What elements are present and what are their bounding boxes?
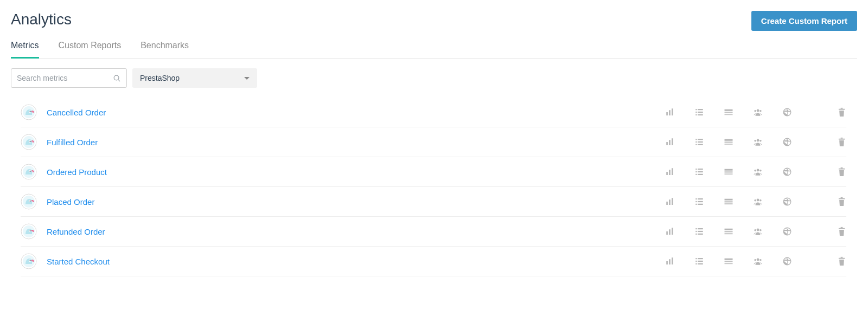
chart-icon[interactable] bbox=[665, 197, 675, 206]
people-icon[interactable] bbox=[753, 137, 763, 147]
svg-point-6 bbox=[33, 112, 34, 113]
people-icon[interactable] bbox=[753, 256, 763, 266]
svg-rect-30 bbox=[669, 140, 671, 145]
metric-name-link[interactable]: Cancelled Order bbox=[47, 108, 665, 117]
list-icon[interactable] bbox=[694, 167, 704, 177]
table-icon[interactable] bbox=[724, 197, 733, 206]
globe-icon[interactable] bbox=[782, 137, 792, 147]
row-actions bbox=[665, 107, 846, 117]
list-icon[interactable] bbox=[694, 137, 704, 147]
svg-rect-80 bbox=[695, 204, 697, 205]
svg-point-42 bbox=[754, 140, 756, 142]
svg-rect-97 bbox=[672, 228, 673, 235]
metric-row: Placed Order bbox=[21, 187, 846, 217]
svg-rect-23 bbox=[840, 108, 843, 109]
svg-rect-10 bbox=[695, 109, 697, 110]
search-wrapper bbox=[11, 68, 127, 88]
chart-icon[interactable] bbox=[665, 107, 675, 117]
svg-rect-60 bbox=[725, 169, 733, 171]
svg-rect-104 bbox=[725, 229, 733, 230]
people-icon[interactable] bbox=[753, 197, 763, 206]
search-input[interactable] bbox=[17, 74, 113, 82]
people-icon[interactable] bbox=[753, 227, 763, 236]
search-icon[interactable] bbox=[113, 74, 121, 82]
svg-point-28 bbox=[33, 141, 34, 143]
svg-rect-76 bbox=[695, 198, 697, 199]
prestashop-icon bbox=[21, 193, 37, 210]
prestashop-icon bbox=[21, 164, 37, 180]
svg-point-131 bbox=[760, 259, 762, 261]
svg-rect-35 bbox=[698, 141, 703, 143]
tab-custom-reports[interactable]: Custom Reports bbox=[59, 41, 122, 59]
svg-rect-106 bbox=[725, 233, 733, 234]
chart-icon[interactable] bbox=[665, 256, 675, 266]
people-icon[interactable] bbox=[753, 107, 763, 117]
globe-icon[interactable] bbox=[782, 197, 792, 206]
trash-icon[interactable] bbox=[837, 137, 846, 147]
list-icon[interactable] bbox=[694, 256, 704, 266]
integration-filter-select[interactable]: PrestaShop bbox=[132, 68, 257, 88]
globe-icon[interactable] bbox=[782, 107, 792, 117]
svg-rect-29 bbox=[666, 142, 668, 145]
chart-icon[interactable] bbox=[665, 167, 675, 177]
svg-rect-31 bbox=[672, 138, 673, 145]
table-icon[interactable] bbox=[724, 107, 733, 117]
people-icon[interactable] bbox=[753, 167, 763, 177]
metric-name-link[interactable]: Ordered Product bbox=[47, 167, 665, 177]
chart-icon[interactable] bbox=[665, 227, 675, 236]
svg-rect-78 bbox=[695, 201, 697, 202]
list-icon[interactable] bbox=[694, 107, 704, 117]
svg-rect-45 bbox=[840, 138, 843, 139]
table-icon[interactable] bbox=[724, 137, 733, 147]
metric-name-link[interactable]: Placed Order bbox=[47, 197, 665, 206]
svg-rect-58 bbox=[695, 174, 697, 175]
svg-rect-51 bbox=[666, 172, 668, 175]
svg-point-41 bbox=[757, 139, 760, 142]
globe-icon[interactable] bbox=[782, 256, 792, 266]
svg-rect-117 bbox=[666, 261, 668, 264]
svg-rect-36 bbox=[695, 144, 697, 145]
table-icon[interactable] bbox=[724, 227, 733, 236]
trash-icon[interactable] bbox=[837, 167, 846, 177]
tabs: Metrics Custom Reports Benchmarks bbox=[11, 41, 857, 59]
trash-icon[interactable] bbox=[837, 256, 846, 266]
metric-name-link[interactable]: Started Checkout bbox=[47, 257, 665, 266]
svg-rect-61 bbox=[725, 171, 733, 172]
row-actions bbox=[665, 167, 846, 177]
chart-icon[interactable] bbox=[665, 137, 675, 147]
svg-point-43 bbox=[760, 140, 762, 142]
create-custom-report-button[interactable]: Create Custom Report bbox=[751, 11, 857, 31]
trash-icon[interactable] bbox=[837, 227, 846, 236]
list-icon[interactable] bbox=[694, 197, 704, 206]
table-icon[interactable] bbox=[724, 256, 733, 266]
trash-icon[interactable] bbox=[837, 197, 846, 206]
svg-rect-83 bbox=[725, 201, 733, 202]
svg-rect-118 bbox=[669, 259, 671, 264]
svg-rect-119 bbox=[672, 257, 673, 264]
prestashop-icon bbox=[21, 104, 37, 120]
metric-name-link[interactable]: Refunded Order bbox=[47, 227, 665, 236]
svg-rect-128 bbox=[725, 263, 733, 264]
svg-rect-12 bbox=[695, 112, 697, 113]
svg-point-71 bbox=[30, 201, 31, 202]
tab-metrics[interactable]: Metrics bbox=[11, 41, 39, 59]
metric-name-link[interactable]: Fulfilled Order bbox=[47, 138, 665, 147]
svg-point-130 bbox=[754, 259, 756, 261]
svg-point-63 bbox=[757, 169, 760, 172]
row-actions bbox=[665, 227, 846, 236]
table-icon[interactable] bbox=[724, 167, 733, 177]
svg-rect-9 bbox=[672, 108, 673, 115]
integration-filter-label: PrestaShop bbox=[140, 74, 180, 82]
list-icon[interactable] bbox=[694, 227, 704, 236]
svg-rect-126 bbox=[725, 259, 733, 260]
svg-rect-37 bbox=[698, 144, 703, 145]
trash-icon[interactable] bbox=[837, 107, 846, 117]
globe-icon[interactable] bbox=[782, 167, 792, 177]
metrics-list: Cancelled Order Fulfilled Order bbox=[11, 98, 857, 276]
globe-icon[interactable] bbox=[782, 227, 792, 236]
tab-benchmarks[interactable]: Benchmarks bbox=[141, 41, 189, 59]
svg-point-20 bbox=[754, 110, 756, 112]
svg-rect-123 bbox=[698, 261, 703, 262]
svg-rect-16 bbox=[725, 109, 733, 111]
svg-rect-11 bbox=[698, 109, 703, 110]
